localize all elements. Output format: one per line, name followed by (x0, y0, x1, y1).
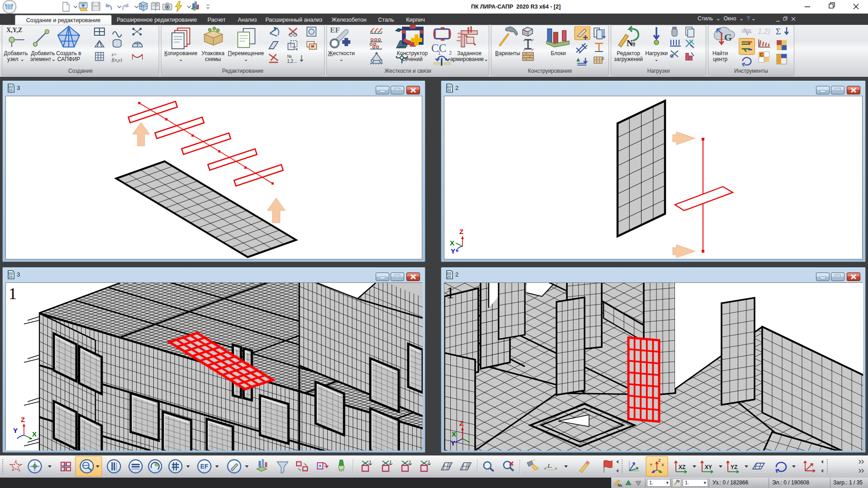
svg-text:20: 20 (447, 275, 451, 279)
svg-text:C: C (760, 52, 764, 57)
svg-text:YZ: YZ (731, 464, 737, 470)
svg-text:X: X (452, 430, 456, 438)
svg-text:Y: Y (650, 463, 652, 467)
svg-text:£: £ (602, 56, 604, 61)
svg-text:EF: EF (200, 463, 208, 470)
svg-text:1: 1 (446, 284, 454, 302)
svg-text:X: X (32, 430, 37, 438)
svg-text:X: X (450, 239, 454, 247)
svg-text:1.2): 1.2) (758, 28, 770, 35)
svg-text:Y: Y (451, 439, 455, 447)
svg-text:X,Y,Z: X,Y,Z (6, 27, 22, 33)
svg-text:Y: Y (451, 247, 455, 255)
svg-text:.L.: .L. (546, 462, 552, 469)
svg-text:X: X (661, 463, 664, 467)
svg-text:№: № (627, 38, 636, 48)
svg-text:1: 1 (438, 51, 441, 55)
svg-text:XZ: XZ (679, 464, 685, 470)
svg-text:Z: Z (21, 416, 25, 423)
svg-text:z=: z= (111, 52, 117, 57)
svg-text:20: 20 (9, 275, 13, 279)
svg-text:XY: XY (705, 464, 712, 470)
svg-text:№: № (618, 483, 622, 488)
svg-text:Z: Z (459, 228, 463, 235)
svg-text:f(x,y): f(x,y) (112, 57, 122, 62)
svg-text:20: 20 (9, 88, 13, 92)
svg-text:№: № (287, 54, 292, 59)
svg-text:Y: Y (13, 427, 18, 434)
svg-text:1: 1 (9, 285, 17, 303)
svg-text:20: 20 (447, 88, 451, 92)
svg-text:1,2...: 1,2... (287, 59, 297, 64)
svg-text:Σ: Σ (776, 26, 781, 36)
svg-text:Z: Z (459, 419, 463, 427)
svg-text:G: G (724, 32, 732, 43)
svg-text:EF: EF (330, 26, 340, 34)
svg-text:Z: Z (658, 458, 661, 463)
